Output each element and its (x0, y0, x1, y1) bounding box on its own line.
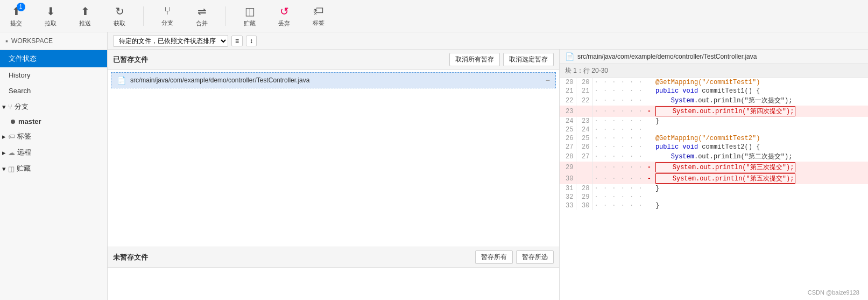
tag-icon: 🏷 (313, 5, 324, 17)
diff-line-code: System.out.println("第一次提交"); (653, 95, 868, 106)
diff-line-code: } (653, 201, 868, 210)
fetch-label: 获取 (114, 19, 125, 27)
stash-selected-button[interactable]: 暂存所选 (516, 250, 554, 264)
diff-line-code: public void commitTest2() { (653, 143, 868, 151)
commit-icon: ⬆ 1 (12, 5, 21, 18)
sidebar-item-history[interactable]: History (0, 67, 107, 83)
sidebar-item-file-status[interactable]: 文件状态 (0, 50, 107, 67)
fetch-icon: ↻ (115, 5, 124, 18)
branch-icon: ⑂ (164, 5, 171, 17)
discard-label: 丢弃 (278, 19, 290, 27)
stashed-section-title: 已暂存文件 (113, 55, 148, 65)
diff-line-code (653, 193, 868, 201)
discard-button[interactable]: ↺ 丢弃 (273, 5, 295, 27)
branches-label: 分支 (15, 102, 29, 111)
chevron-right-icon: ▸ (2, 132, 6, 141)
fetch-button[interactable]: ↻ 获取 (109, 5, 130, 27)
sort-bar: 待定的文件，已依照文件状态排序 ≡ ↕ (108, 32, 868, 50)
file-minus-icon: − (546, 76, 550, 85)
remote-section-icon: ☁ (8, 149, 15, 157)
tags-label: 标签 (17, 131, 31, 141)
diff-file-icon: 📄 (565, 52, 574, 61)
remote-label: 远程 (17, 148, 31, 157)
merge-icon: ⇌ (197, 5, 207, 18)
commit-label: 提交 (10, 19, 22, 27)
stash-button[interactable]: ◫ 贮藏 (239, 5, 260, 27)
master-branch-item[interactable]: master (0, 115, 107, 128)
workspace-icon: ▪ (5, 37, 8, 45)
merge-button[interactable]: ⇌ 合并 (191, 5, 213, 27)
workspace-header: ▪ WORKSPACE (0, 32, 107, 50)
unstash-file-list (108, 268, 559, 300)
sort-icon: ↕ (250, 37, 253, 45)
diff-viewer: 📄 src/main/java/com/example/demo/control… (560, 50, 868, 300)
list-view-button[interactable]: ≡ (231, 36, 243, 46)
master-branch-label: master (18, 117, 41, 125)
push-button[interactable]: ⬆ 推送 (74, 5, 96, 27)
workspace-label: WORKSPACE (11, 37, 53, 45)
stashed-file-name: src/main/java/com/example/demo/controlle… (130, 76, 541, 84)
commit-badge: 1 (17, 3, 25, 11)
branch-button[interactable]: ⑂ 分支 (157, 5, 178, 27)
diff-content: 2020· · · · · ·@GetMapping("/commitTest1… (560, 78, 868, 300)
push-icon: ⬆ (81, 5, 90, 18)
pull-button[interactable]: ⬇ 拉取 (40, 5, 61, 27)
tag-label: 标签 (313, 19, 324, 27)
diff-table: 2020· · · · · ·@GetMapping("/commitTest1… (560, 78, 868, 210)
diff-line-code: } (653, 117, 868, 125)
separator-1 (143, 6, 144, 26)
file-icon: 📄 (117, 76, 126, 85)
diff-header: 📄 src/main/java/com/example/demo/control… (560, 50, 868, 64)
stash-actions: 取消所有暂存 取消选定暂存 (449, 53, 554, 66)
chevron-right-remote-icon: ▸ (2, 149, 6, 157)
cancel-all-stash-button[interactable]: 取消所有暂存 (449, 53, 500, 66)
branch-dot-icon (11, 120, 15, 124)
main-layout: ▪ WORKSPACE 文件状态 History Search ▾ ⑂ 分支 m… (0, 32, 868, 300)
sidebar-item-search[interactable]: Search (0, 83, 107, 99)
tag-button[interactable]: 🏷 标签 (308, 5, 329, 27)
chevron-down-stash-icon: ▾ (2, 165, 6, 173)
sidebar-branches-header[interactable]: ▾ ⑂ 分支 (0, 99, 107, 115)
merge-label: 合并 (196, 19, 208, 27)
unstash-section: 未暂存文件 暂存所有 暂存所选 (108, 247, 559, 300)
unstash-section-title: 未暂存文件 (113, 253, 148, 262)
pull-icon: ⬇ (46, 5, 55, 18)
push-label: 推送 (79, 19, 91, 27)
stashed-file-list: 📄 src/main/java/com/example/demo/control… (108, 70, 559, 247)
cancel-selected-stash-button[interactable]: 取消选定暂存 (503, 53, 554, 66)
stash-left-panel: 已暂存文件 取消所有暂存 取消选定暂存 📄 src/main/java/com/… (108, 50, 560, 300)
diff-line-code: System.out.println("第五次提交"); (653, 173, 868, 184)
watermark: CSDN @baize9128 (808, 289, 859, 296)
diff-line-code: } (653, 184, 868, 193)
sort-order-button[interactable]: ↕ (246, 36, 257, 46)
sidebar-tags-header[interactable]: ▸ 🏷 标签 (0, 128, 107, 144)
unstash-actions: 暂存所有 暂存所选 (475, 250, 554, 264)
discard-icon: ↺ (280, 5, 289, 18)
stash-all-button[interactable]: 暂存所有 (475, 250, 513, 264)
diff-chunk-header: 块 1：行 20-30 (560, 64, 868, 78)
stash-label: 贮藏 (244, 19, 256, 27)
diff-line-code: System.out.println("第二次提交"); (653, 151, 868, 162)
content-area: 待定的文件，已依照文件状态排序 ≡ ↕ 已暂存文件 取消所有暂存 取消选定暂存 (108, 32, 868, 300)
separator-2 (225, 6, 226, 26)
diff-line-code: System.out.println("第四次提交"); (653, 106, 868, 117)
stashed-section-header: 已暂存文件 取消所有暂存 取消选定暂存 (108, 50, 559, 70)
stash-section-icon: ◫ (8, 165, 15, 173)
commit-button[interactable]: ⬆ 1 提交 (5, 5, 27, 27)
diff-line-code (653, 125, 868, 134)
diff-line-code: @GetMapping("/commitTest2") (653, 134, 868, 143)
diff-line-code: @GetMapping("/commitTest1") (653, 78, 868, 87)
sort-select[interactable]: 待定的文件，已依照文件状态排序 (113, 35, 228, 47)
sidebar-stash-header[interactable]: ▾ ◫ 贮藏 (0, 161, 107, 177)
stash-section-label: 贮藏 (17, 164, 31, 173)
sidebar-remote-header[interactable]: ▸ ☁ 远程 (0, 144, 107, 161)
stash-layout: 已暂存文件 取消所有暂存 取消选定暂存 📄 src/main/java/com/… (108, 50, 868, 300)
chevron-down-icon: ▾ (2, 103, 6, 111)
diff-file-path: src/main/java/com/example/demo/controlle… (577, 53, 757, 60)
diff-line-code: System.out.println("第三次提交"); (653, 162, 868, 173)
stash-icon: ◫ (245, 5, 255, 18)
diff-line-code: public void commitTest1() { (653, 87, 868, 95)
sidebar: ▪ WORKSPACE 文件状态 History Search ▾ ⑂ 分支 m… (0, 32, 108, 300)
stashed-file-item[interactable]: 📄 src/main/java/com/example/demo/control… (111, 72, 556, 88)
branch-section-icon: ⑂ (8, 103, 12, 111)
